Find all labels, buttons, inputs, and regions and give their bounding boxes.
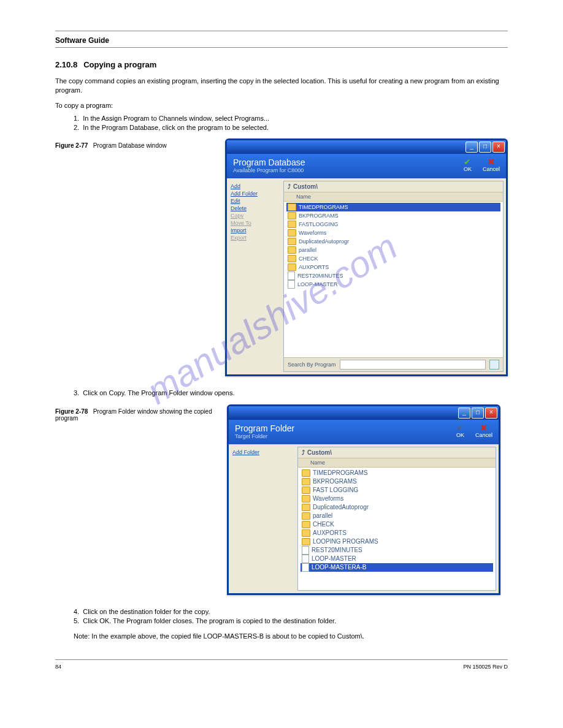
figure-2-num: Figure 2-78 bbox=[55, 408, 88, 415]
header-band-1: Program Database Available Program for C… bbox=[227, 154, 506, 178]
column-header-2[interactable]: Name bbox=[298, 458, 496, 468]
document-page: Software Guide 2.10.8 Copying a program … bbox=[0, 0, 563, 694]
section-number: 2.10.8 Copying a program bbox=[55, 60, 508, 69]
folder-icon bbox=[288, 221, 296, 228]
list-item[interactable]: Waveforms bbox=[301, 495, 493, 503]
ok-button-1[interactable]: ✔ OK bbox=[464, 157, 472, 172]
rule-top-2 bbox=[55, 45, 508, 48]
list-item[interactable]: Waveforms bbox=[286, 229, 500, 237]
search-label: Search By Program bbox=[288, 362, 336, 368]
folder-icon bbox=[288, 238, 296, 245]
list-intro: To copy a program: bbox=[55, 101, 508, 110]
sidebar-export: Export bbox=[231, 235, 280, 241]
list-item-label: REST20MINUTES bbox=[297, 273, 343, 279]
window-subtitle-1: Available Program for C8000 bbox=[233, 167, 305, 173]
folder-icon bbox=[302, 478, 310, 485]
list-item-label: CHECK bbox=[313, 521, 334, 528]
breadcrumb-2[interactable]: ⤴ Custom\ bbox=[298, 447, 496, 458]
sidebar-add[interactable]: Add bbox=[231, 183, 280, 189]
step-1-text: In the Assign Program to Channels window… bbox=[83, 115, 269, 122]
search-toggle-icon[interactable] bbox=[489, 360, 499, 370]
list-item-label: FAST LOGGING bbox=[313, 487, 358, 493]
steps-4-5: 4. Click on the destination folder for t… bbox=[74, 607, 508, 626]
close-button[interactable]: × bbox=[492, 142, 505, 153]
section-heading: Software Guide bbox=[55, 36, 508, 45]
list-item-label: Waveforms bbox=[313, 495, 343, 502]
list-item-label: DuplicatedAutoprogr bbox=[299, 238, 349, 245]
sidebar-addfolder-2[interactable]: Add Folder bbox=[232, 449, 294, 455]
figure-1-text: Program Database window bbox=[93, 142, 167, 149]
list-item[interactable]: FASTLOGGING bbox=[286, 220, 500, 229]
folder-icon bbox=[302, 504, 310, 511]
up-icon: ⤴ bbox=[288, 183, 291, 190]
sidebar-addfolder[interactable]: Add Folder bbox=[231, 191, 280, 197]
maximize-button-2[interactable]: □ bbox=[472, 408, 484, 419]
list-item[interactable]: LOOP-MASTER bbox=[301, 555, 493, 563]
step-4-text: Click on the destination folder for the … bbox=[83, 608, 210, 615]
folder-icon bbox=[302, 521, 310, 528]
list-item[interactable]: BKPROGRAMS bbox=[286, 211, 500, 220]
sidebar-2: Add Folder bbox=[229, 444, 297, 593]
cancel-button-2[interactable]: ✖ Cancel bbox=[475, 423, 492, 438]
folder-icon bbox=[302, 512, 310, 520]
list-item[interactable]: BKPROGRAMS bbox=[301, 477, 493, 486]
folder-icon bbox=[302, 469, 310, 477]
folder-icon bbox=[288, 255, 296, 262]
page-number: 84 bbox=[55, 664, 61, 670]
program-database-window: _ □ × Program Database Available Program… bbox=[225, 138, 508, 376]
ok-label-2: OK bbox=[456, 432, 464, 438]
list-item-label: AUXPORTS bbox=[313, 529, 347, 536]
list-item[interactable]: parallel bbox=[301, 512, 493, 520]
sidebar-import[interactable]: Import bbox=[231, 227, 280, 233]
list-item-label: LOOP-MASTER bbox=[312, 555, 356, 562]
step-3-text: Click on Copy. The Program Folder window… bbox=[83, 389, 234, 396]
list-item-label: BKPROGRAMS bbox=[299, 213, 339, 219]
intro-paragraph: The copy command copies an existing prog… bbox=[55, 77, 508, 95]
list-item[interactable]: CHECK bbox=[301, 520, 493, 529]
up-icon-2: ⤴ bbox=[302, 449, 305, 456]
column-header-1[interactable]: Name bbox=[284, 192, 503, 202]
close-button-2[interactable]: × bbox=[485, 408, 497, 419]
file-list-1: TIMEDPROGRAMSBKPROGRAMSFASTLOGGINGWavefo… bbox=[284, 202, 503, 290]
program-folder-window: _ □ × Program Folder Target Folder ✔ OK … bbox=[227, 404, 500, 595]
list-item[interactable]: TIMEDPROGRAMS bbox=[301, 469, 493, 477]
list-item[interactable]: DuplicatedAutoprogr bbox=[286, 237, 500, 246]
cancel-label-2: Cancel bbox=[475, 432, 492, 438]
ok-button-2[interactable]: ✔ OK bbox=[456, 423, 464, 438]
list-item[interactable]: LOOP-MASTER bbox=[286, 280, 500, 289]
breadcrumb-1[interactable]: ⤴ Custom\ bbox=[284, 181, 503, 192]
main-panel-2: ⤴ Custom\ Name TIMEDPROGRAMSBKPROGRAMSFA… bbox=[297, 447, 496, 591]
cancel-label-1: Cancel bbox=[483, 166, 500, 172]
list-item[interactable]: REST20MINUTES bbox=[286, 271, 500, 280]
page-footer: 84 PN 150025 Rev D bbox=[55, 659, 508, 682]
sidebar-delete[interactable]: Delete bbox=[231, 205, 280, 211]
list-item-label: TIMEDPROGRAMS bbox=[313, 469, 367, 476]
list-item[interactable]: LOOP-MASTERA-B bbox=[301, 563, 493, 572]
list-item[interactable]: CHECK bbox=[286, 254, 500, 263]
minimize-button-2[interactable]: _ bbox=[458, 408, 470, 419]
list-item[interactable]: REST20MINUTES bbox=[301, 546, 493, 555]
list-item[interactable]: TIMEDPROGRAMS bbox=[286, 203, 500, 211]
search-input[interactable] bbox=[340, 360, 486, 370]
sidebar-1: Add Add Folder Edit Delete Copy Move To … bbox=[227, 178, 283, 374]
maximize-button[interactable]: □ bbox=[479, 142, 491, 153]
cancel-button-1[interactable]: ✖ Cancel bbox=[483, 157, 500, 172]
main-panel-1: ⤴ Custom\ Name TIMEDPROGRAMSBKPROGRAMSFA… bbox=[283, 181, 504, 372]
minimize-button[interactable]: _ bbox=[465, 142, 478, 153]
list-item-label: parallel bbox=[299, 247, 316, 253]
document-icon bbox=[288, 271, 295, 280]
sidebar-edit[interactable]: Edit bbox=[231, 198, 280, 204]
list-item[interactable]: parallel bbox=[286, 246, 500, 254]
list-item-label: FASTLOGGING bbox=[299, 221, 339, 227]
list-item-label: LOOP-MASTER bbox=[297, 281, 338, 287]
folder-icon bbox=[302, 495, 310, 502]
figure-1-row: manualshive.com Figure 2-77 Program Data… bbox=[55, 138, 508, 376]
list-item[interactable]: FAST LOGGING bbox=[301, 486, 493, 495]
list-item[interactable]: AUXPORTS bbox=[301, 529, 493, 537]
list-item[interactable]: LOOPING PROGRAMS bbox=[301, 537, 493, 546]
step-3-block: 3. Click on Copy. The Program Folder win… bbox=[74, 389, 508, 398]
figure-2-caption: Figure 2-78 Program Folder window showin… bbox=[55, 404, 227, 422]
list-item[interactable]: AUXPORTS bbox=[286, 263, 500, 271]
section-title: Copying a program bbox=[83, 60, 156, 69]
list-item[interactable]: DuplicatedAutoprogr bbox=[301, 503, 493, 512]
